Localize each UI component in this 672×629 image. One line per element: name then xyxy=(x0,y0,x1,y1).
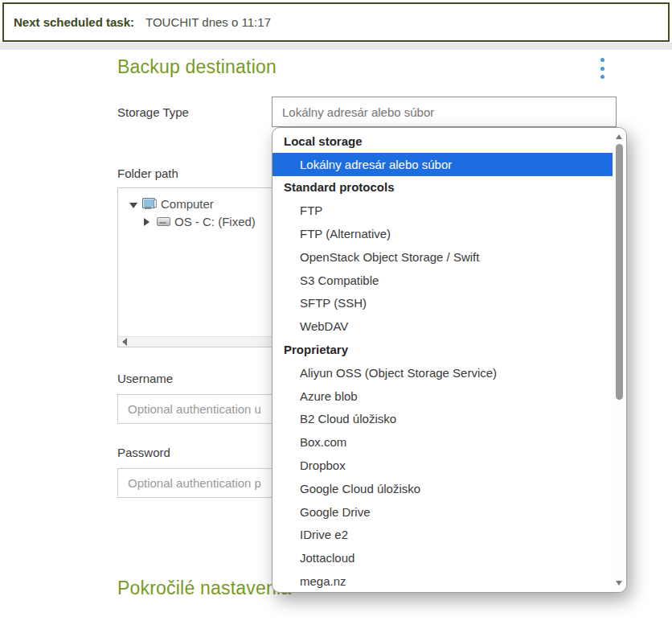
dropdown-group-header: Proprietary xyxy=(272,338,613,361)
dropdown-option[interactable]: Google Cloud úložisko xyxy=(272,477,613,500)
dropdown-option[interactable]: WebDAV xyxy=(272,314,613,338)
dropdown-option[interactable]: FTP xyxy=(272,199,613,222)
folder-path-label: Folder path xyxy=(117,166,178,180)
storage-type-dropdown: Local storageLokálny adresár alebo súbor… xyxy=(272,127,627,593)
storage-type-dropdown-list: Local storageLokálny adresár alebo súbor… xyxy=(272,130,613,593)
dropdown-option[interactable]: Jottacloud xyxy=(272,546,613,569)
dropdown-option[interactable]: Google Drive xyxy=(272,500,613,524)
dropdown-option[interactable]: IDrive e2 xyxy=(272,524,613,547)
dropdown-option[interactable]: Lokálny adresár alebo súbor xyxy=(272,153,613,176)
page-title: Backup destination xyxy=(117,56,277,78)
drive-icon xyxy=(157,217,170,226)
next-scheduled-task-banner: Next scheduled task: TOUCHIT dnes o 11:1… xyxy=(2,2,670,42)
dropdown-option[interactable]: B2 Cloud úložisko xyxy=(272,408,613,431)
dropdown-group-header: Local storage xyxy=(272,130,613,153)
dropdown-option[interactable]: Box.com xyxy=(272,430,613,454)
dropdown-option[interactable]: OpenStack Object Storage / Swift xyxy=(272,245,613,269)
dropdown-option[interactable]: mega.nz xyxy=(272,569,613,593)
tree-node-label: Computer xyxy=(161,197,214,211)
scroll-down-icon[interactable] xyxy=(616,581,622,586)
scrollbar-thumb[interactable] xyxy=(616,144,623,400)
storage-type-select[interactable]: Lokálny adresár alebo súbor xyxy=(272,97,617,127)
scroll-up-icon[interactable] xyxy=(616,134,622,139)
dropdown-option[interactable]: S3 Compatible xyxy=(272,269,613,292)
scroll-left-icon[interactable] xyxy=(122,338,127,346)
dropdown-option[interactable]: Aliyun OSS (Object Storage Service) xyxy=(272,361,613,384)
next-scheduled-task-label: Next scheduled task: xyxy=(14,15,134,29)
dropdown-option[interactable]: FTP (Alternative) xyxy=(272,222,613,245)
storage-type-label: Storage Type xyxy=(117,105,189,119)
dropdown-option[interactable]: Azure blob xyxy=(272,384,613,408)
expander-down-icon[interactable] xyxy=(129,197,139,211)
kebab-menu-icon[interactable] xyxy=(597,58,607,79)
next-scheduled-task-value: TOUCHIT dnes o 11:17 xyxy=(145,15,271,29)
computer-icon xyxy=(142,198,157,209)
username-label: Username xyxy=(117,372,173,385)
dropdown-scrollbar[interactable] xyxy=(613,128,626,592)
password-label: Password xyxy=(117,446,170,459)
expander-right-icon[interactable] xyxy=(144,215,154,228)
header-divider-strip xyxy=(0,43,672,50)
dropdown-option[interactable]: Dropbox xyxy=(272,454,613,477)
dropdown-option[interactable]: SFTP (SSH) xyxy=(272,292,613,315)
dropdown-group-header: Standard protocols xyxy=(272,176,613,199)
advanced-settings-title: Pokročilé nastavenia xyxy=(117,578,291,599)
tree-node-label: OS - C: (Fixed) xyxy=(174,215,256,228)
